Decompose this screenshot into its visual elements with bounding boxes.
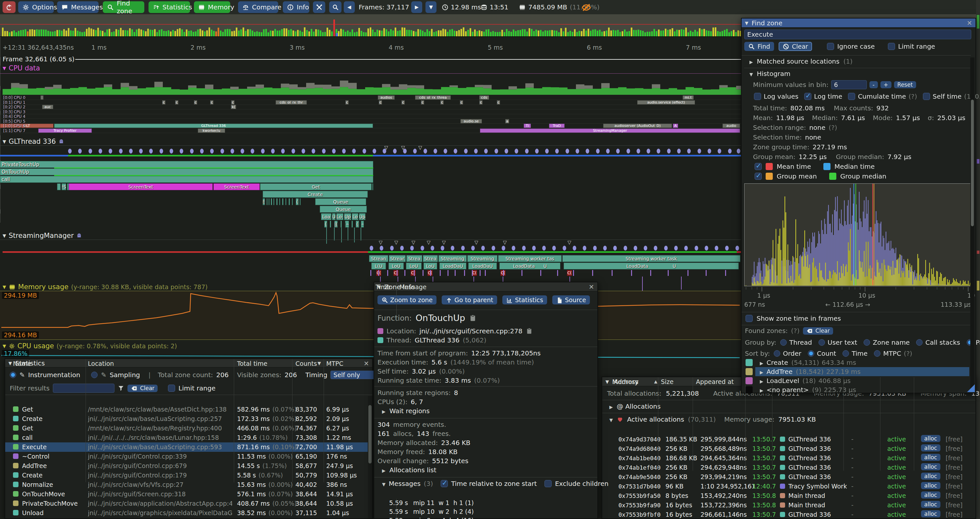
zone-bar[interactable] bbox=[269, 198, 269, 205]
memory-allocation-row[interactable]: 0x74ab1ef040256 KB294,629,948ns13:50.7GL… bbox=[607, 463, 973, 472]
sample-dot[interactable] bbox=[593, 246, 597, 251]
alloc-callstack-button[interactable]: alloc bbox=[921, 501, 940, 508]
histogram-collapser[interactable]: Histogram bbox=[749, 70, 791, 78]
statistics-row[interactable]: Get/mnt/e/claw/src/claw/base/AssetDict.h… bbox=[5, 405, 368, 414]
cpu-usage-header[interactable]: ▼CPU usage(y-range: 0.78%, visible data … bbox=[3, 342, 177, 350]
sample-dot[interactable] bbox=[159, 149, 163, 153]
alloc-callstack-button[interactable]: alloc bbox=[921, 482, 940, 489]
groupby-radio-call-stacks[interactable] bbox=[916, 339, 923, 346]
sample-marker-icon[interactable]: ▽ bbox=[503, 240, 507, 245]
sample-dot[interactable] bbox=[423, 149, 427, 153]
sample-dot[interactable] bbox=[441, 246, 444, 251]
sortby-radio-order[interactable] bbox=[774, 350, 780, 357]
sample-dot[interactable] bbox=[454, 149, 457, 153]
zone-bar[interactable]: call bbox=[0, 176, 373, 183]
sample-dot[interactable] bbox=[492, 246, 495, 251]
gpu-zone-bar[interactable]: C( bbox=[567, 270, 572, 276]
cpu-row[interactable]: audio.sea[0:5] CPU 5 bbox=[0, 119, 741, 124]
alloc-callstack-button[interactable]: alloc bbox=[921, 454, 940, 461]
cumulate-time-checkbox[interactable] bbox=[848, 93, 855, 100]
sample-dot[interactable] bbox=[674, 246, 678, 251]
cpu-zone-bar[interactable]: kworker/u bbox=[198, 129, 225, 133]
find-zone-scrollbar[interactable] bbox=[970, 57, 975, 392]
cpu-zone-bar[interactable]: c bbox=[421, 100, 424, 104]
cpu-zone-bar[interactable]: c bbox=[162, 100, 165, 104]
statistics-row[interactable]: Createjni/../jni/src/guif/Control.cpp:17… bbox=[5, 471, 368, 480]
find-zone-search-input[interactable]: Execute bbox=[744, 30, 971, 39]
sortby-radio-mtpc[interactable] bbox=[874, 350, 880, 357]
glthread-header[interactable]: ▼GLThread 336 bbox=[3, 137, 64, 145]
find-clear-button[interactable]: Clear bbox=[779, 42, 812, 51]
zone-bar[interactable] bbox=[340, 221, 342, 228]
sample-dot[interactable] bbox=[464, 149, 468, 153]
zone-bar[interactable]: ScreenText bbox=[213, 184, 260, 190]
alloc-callstack-button[interactable]: alloc bbox=[921, 463, 940, 470]
sample-dot[interactable] bbox=[606, 149, 610, 153]
sample-dot[interactable] bbox=[677, 149, 681, 153]
cpu-zone-bar[interactable]: c bbox=[460, 100, 463, 104]
toolbar-button-info[interactable]: Info bbox=[283, 1, 309, 13]
sample-dot[interactable] bbox=[180, 149, 183, 153]
zone-bar[interactable]: |~ bbox=[345, 221, 349, 228]
cpu-zone-bar[interactable]: a bbox=[505, 119, 509, 123]
log-time-checkbox[interactable] bbox=[804, 93, 811, 100]
sample-dot[interactable] bbox=[698, 149, 701, 153]
zone-bar[interactable] bbox=[271, 198, 272, 205]
instrumentation-radio[interactable] bbox=[10, 372, 16, 378]
sample-dot[interactable] bbox=[687, 149, 691, 153]
find-zone-titlebar[interactable]: ▼Find zone✕ bbox=[741, 19, 975, 27]
allocations-collapser[interactable]: @ Allocations bbox=[609, 402, 660, 410]
sample-dot[interactable] bbox=[737, 149, 740, 153]
sample-dot[interactable] bbox=[390, 246, 394, 251]
zone-bar[interactable]: ( bbox=[356, 221, 359, 228]
zone-bar[interactable]: Up bbox=[359, 213, 366, 220]
sample-dot[interactable] bbox=[728, 149, 732, 153]
zone-bar[interactable]: LoadData U bbox=[500, 263, 560, 269]
message-row[interactable]: 5.59 smip 10 w 2 h 2 (4) bbox=[388, 508, 595, 516]
cpu-zone-bar[interactable]: c bbox=[345, 100, 348, 104]
sample-dot[interactable] bbox=[170, 149, 173, 153]
cpu-row[interactable]: GLTGLThread 336TiTraDaudioserver (AudioO… bbox=[0, 124, 741, 128]
found-zones-clear-button[interactable]: Clear bbox=[803, 327, 833, 335]
sample-dot[interactable] bbox=[576, 149, 579, 153]
sample-marker-icon[interactable]: ▽ bbox=[395, 240, 398, 245]
sample-dot[interactable] bbox=[715, 246, 718, 251]
zone-bar[interactable] bbox=[274, 198, 274, 205]
cpu-zone-bar[interactable]: c bbox=[479, 100, 482, 104]
statistics-row[interactable]: calljni/../jni/../../../src/claw/base/Lu… bbox=[5, 433, 368, 442]
cpu-zone-bar[interactable]: c bbox=[401, 100, 405, 104]
memory-allocation-row[interactable]: 0x7553b9fa508 bytes153,492,240ns13:50.8M… bbox=[607, 491, 973, 500]
sample-dot[interactable] bbox=[563, 246, 566, 251]
cpu-zone-bar[interactable]: auc bbox=[42, 105, 53, 109]
sample-dot[interactable] bbox=[109, 149, 112, 153]
memory-allocation-row[interactable]: 0x74ab9e5040256 KB293,994,219ns13:50.7GL… bbox=[607, 472, 973, 482]
zone-bar[interactable]: LoadData U bbox=[563, 263, 739, 269]
memory-allocation-row[interactable]: 0x7553b9fa9016 bytes153,722,396ns13:50.8… bbox=[607, 500, 973, 510]
groupby-radio-zone-name[interactable] bbox=[864, 339, 870, 346]
zone-bar[interactable]: ScreenText bbox=[69, 184, 213, 190]
sample-dot[interactable] bbox=[545, 149, 549, 153]
sample-dot[interactable] bbox=[532, 246, 536, 251]
zone-bar[interactable]: Queue bbox=[315, 198, 366, 205]
time-relative-checkbox[interactable] bbox=[441, 480, 448, 487]
zone-bar[interactable]: Streaming bbox=[467, 255, 498, 262]
cpu-zone-bar[interactable]: c bbox=[231, 100, 234, 104]
self-time-checkbox[interactable] bbox=[923, 93, 930, 100]
zone-bar[interactable] bbox=[57, 184, 60, 190]
cpu-zone-bar[interactable]: audio.service (effect) bbox=[637, 100, 695, 104]
alloc-callstack-button[interactable]: alloc bbox=[921, 435, 940, 442]
sample-dot[interactable] bbox=[552, 246, 556, 251]
zone-bar[interactable]: LoadDaU bbox=[439, 263, 466, 269]
zone-bar[interactable] bbox=[282, 198, 283, 205]
close-icon[interactable]: ✕ bbox=[967, 19, 972, 27]
zone-bar[interactable]: Create bbox=[262, 191, 368, 198]
sample-dot[interactable] bbox=[240, 149, 244, 153]
sample-dot[interactable] bbox=[89, 149, 92, 153]
cpu-zone-bar[interactable]: A bbox=[673, 124, 678, 128]
cpu-zone-bar[interactable]: c bbox=[175, 100, 178, 104]
frame-dropdown-button[interactable]: ▼ bbox=[425, 1, 436, 13]
cpu-zone-bar[interactable]: k( bbox=[231, 105, 236, 109]
sample-dot[interactable] bbox=[616, 149, 620, 153]
statistics-row[interactable]: PrivateTouchMovejni/../jni/src/claw/appl… bbox=[5, 499, 368, 508]
alloc-callstack-button[interactable]: alloc bbox=[921, 444, 940, 452]
